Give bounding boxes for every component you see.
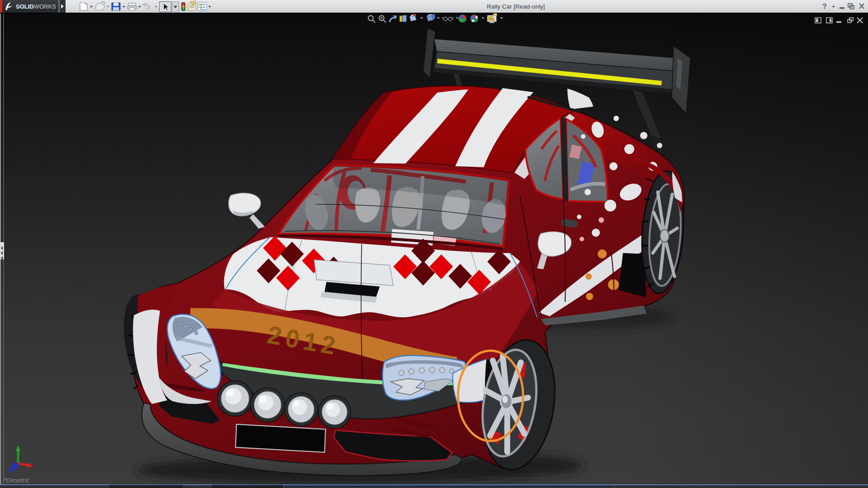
svg-text:*Dimetric: *Dimetric	[4, 477, 29, 484]
svg-text:SOLIDWORKS: SOLIDWORKS	[16, 3, 56, 10]
svg-text:Rally Car [Read-only]: Rally Car [Read-only]	[487, 3, 545, 10]
svg-text:?: ?	[822, 3, 827, 10]
